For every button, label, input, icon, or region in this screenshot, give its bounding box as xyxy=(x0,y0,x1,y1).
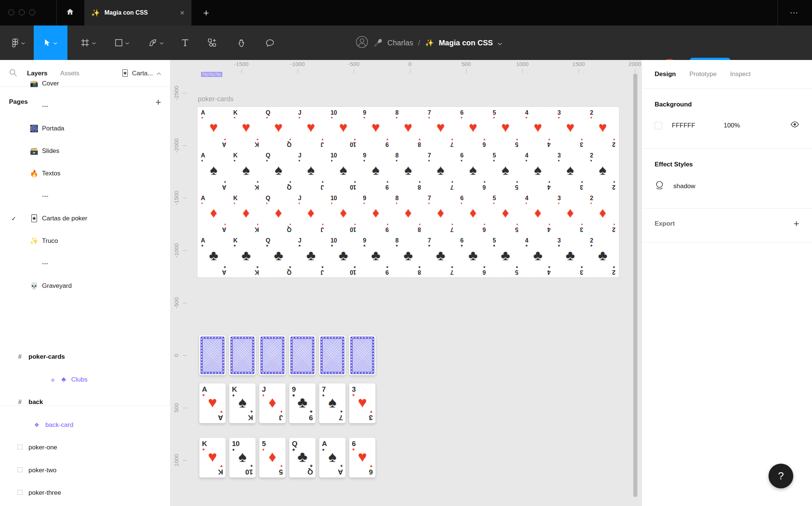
frame-card-3-spades[interactable]: 3♠♠3♠ xyxy=(554,150,587,192)
face-card-A[interactable]: A♥♥A♥ xyxy=(199,383,226,423)
back-card[interactable] xyxy=(349,335,375,375)
frame-card-4-clubs[interactable]: 4♣♣4♣ xyxy=(522,235,554,277)
frame-card-Q-hearts[interactable]: Q♥♥Q♥ xyxy=(262,107,295,150)
tab-design[interactable]: Design xyxy=(655,70,676,78)
frame-card-K-diamonds[interactable]: K♦♦K♦ xyxy=(230,192,263,235)
frame-card-6-clubs[interactable]: 6♣♣6♣ xyxy=(457,235,489,277)
traffic-light-zoom[interactable] xyxy=(29,9,35,15)
face-card-Q[interactable]: Q♣♣Q♣ xyxy=(289,438,316,478)
frame-card-2-diamonds[interactable]: 2♦♦2♦ xyxy=(586,192,619,235)
background-opacity-value[interactable]: 100% xyxy=(724,122,740,129)
vertical-scrollbar[interactable] xyxy=(633,73,637,497)
frame-card-K-spades[interactable]: K♠♠K♠ xyxy=(230,150,263,192)
frame-card-K-hearts[interactable]: K♥♥K♥ xyxy=(230,107,263,150)
frame-card-6-diamonds[interactable]: 6♦♦6♦ xyxy=(457,192,489,235)
breadcrumb-file-name[interactable]: Magia con CSS xyxy=(439,39,493,47)
frame-card-K-clubs[interactable]: K♣♣K♣ xyxy=(230,235,263,277)
text-tool-button[interactable] xyxy=(175,25,195,60)
sidebar-page-textos[interactable]: 🔥Textos xyxy=(0,162,170,185)
frame-card-8-hearts[interactable]: 8♥♥8♥ xyxy=(392,107,425,150)
layer-row-back-card[interactable]: ❖back-card xyxy=(0,414,170,436)
frame-card-4-diamonds[interactable]: 4♦♦4♦ xyxy=(522,192,554,235)
frame-card-A-clubs[interactable]: A♣♣A♣ xyxy=(197,235,230,277)
frame-card-10-spades[interactable]: 10♠♠10♠ xyxy=(327,150,360,192)
traffic-light-close[interactable] xyxy=(8,9,14,15)
add-export-button[interactable]: + xyxy=(794,218,799,229)
color-swatch[interactable] xyxy=(655,122,662,129)
frame-card-7-spades[interactable]: 7♠♠7♠ xyxy=(425,150,457,192)
background-hex-value[interactable]: FFFFFF xyxy=(672,122,695,129)
frame-card-6-hearts[interactable]: 6♥♥6♥ xyxy=(457,107,489,150)
frame-card-2-hearts[interactable]: 2♥♥2♥ xyxy=(586,107,619,150)
frame-card-8-clubs[interactable]: 8♣♣8♣ xyxy=(392,235,425,277)
frame-card-A-diamonds[interactable]: A♦♦A♦ xyxy=(197,192,230,235)
pen-tool-button[interactable] xyxy=(142,25,171,60)
frame-card-3-diamonds[interactable]: 3♦♦3♦ xyxy=(554,192,587,235)
frame-card-5-hearts[interactable]: 5♥♥5♥ xyxy=(489,107,522,150)
frame-card-J-diamonds[interactable]: J♦♦J♦ xyxy=(295,192,327,235)
frame-card-2-spades[interactable]: 2♠♠2♠ xyxy=(586,150,619,192)
frame-card-7-diamonds[interactable]: 7♦♦7♦ xyxy=(425,192,457,235)
window-more-menu[interactable]: ⋯ xyxy=(783,7,806,19)
page-separator-row[interactable]: --- xyxy=(0,95,170,117)
breadcrumb-project[interactable]: Charlas xyxy=(387,39,413,47)
face-card-9[interactable]: 9♣♣9♣ xyxy=(289,383,316,423)
frame-card-3-clubs[interactable]: 3♣♣3♣ xyxy=(554,235,587,277)
layer-row-poker-three[interactable]: poker-three xyxy=(0,482,170,504)
page-separator-row[interactable]: --- xyxy=(0,252,170,275)
frame-card-Q-spades[interactable]: Q♠♠Q♠ xyxy=(262,150,295,192)
back-card[interactable] xyxy=(199,335,226,375)
sidebar-page-graveyard[interactable]: 💀Graveyard xyxy=(0,275,170,297)
frame-card-A-hearts[interactable]: A♥♥A♥ xyxy=(197,107,230,150)
frame-card-10-diamonds[interactable]: 10♦♦10♦ xyxy=(327,192,360,235)
frame-card-8-spades[interactable]: 8♠♠8♠ xyxy=(392,150,425,192)
frame-card-9-clubs[interactable]: 9♣♣9♣ xyxy=(360,235,392,277)
face-card-A[interactable]: A♠♠A♠ xyxy=(319,438,345,478)
frame-card-10-clubs[interactable]: 10♣♣10♣ xyxy=(327,235,360,277)
shape-tool-button[interactable] xyxy=(108,25,136,60)
frame-card-8-diamonds[interactable]: 8♦♦8♦ xyxy=(392,192,425,235)
sidebar-page-cartas-de-poker[interactable]: ✓🃏Cartas de poker xyxy=(0,207,170,230)
chevron-down-icon[interactable] xyxy=(498,39,502,47)
frame-card-Q-clubs[interactable]: Q♣♣Q♣ xyxy=(262,235,295,277)
file-tab[interactable]: ✨ Magia con CSS ✕ xyxy=(84,0,191,25)
back-card[interactable] xyxy=(319,335,345,375)
effect-style-row[interactable]: shadow xyxy=(655,180,799,192)
tab-inspect[interactable]: Inspect xyxy=(730,70,751,78)
frame-card-5-spades[interactable]: 5♠♠5♠ xyxy=(489,150,522,192)
sidebar-page-cover[interactable]: 📸Cover xyxy=(0,72,170,95)
frame-card-A-spades[interactable]: A♠♠A♠ xyxy=(197,150,230,192)
frame-card-Q-diamonds[interactable]: Q♦♦Q♦ xyxy=(262,192,295,235)
back-card[interactable] xyxy=(289,335,316,375)
face-card-7[interactable]: 7♠♠7♠ xyxy=(319,383,345,423)
move-tool-button[interactable] xyxy=(34,25,67,60)
close-tab-icon[interactable]: ✕ xyxy=(180,9,185,16)
tiny-back-card-object[interactable] xyxy=(201,72,222,77)
frame-card-2-clubs[interactable]: 2♣♣2♣ xyxy=(586,235,619,277)
frame-card-10-hearts[interactable]: 10♥♥10♥ xyxy=(327,107,360,150)
home-button[interactable] xyxy=(62,5,78,20)
frame-card-6-spades[interactable]: 6♠♠6♠ xyxy=(457,150,489,192)
visibility-eye-icon[interactable] xyxy=(790,121,799,130)
face-card-10[interactable]: 10♠♠10♠ xyxy=(229,438,256,478)
frame-card-7-clubs[interactable]: 7♣♣7♣ xyxy=(425,235,457,277)
frame-card-J-spades[interactable]: J♠♠J♠ xyxy=(295,150,327,192)
frame-card-5-clubs[interactable]: 5♣♣5♣ xyxy=(489,235,522,277)
back-card[interactable] xyxy=(259,335,286,375)
tab-prototype[interactable]: Prototype xyxy=(689,70,717,78)
frame-title-label[interactable]: poker-cards xyxy=(198,95,233,103)
main-menu-button[interactable] xyxy=(7,25,30,60)
frame-card-9-diamonds[interactable]: 9♦♦9♦ xyxy=(360,192,392,235)
sidebar-page-truco[interactable]: ✨Truco xyxy=(0,230,170,252)
frame-card-9-hearts[interactable]: 9♥♥9♥ xyxy=(360,107,392,150)
frame-tool-button[interactable] xyxy=(74,25,103,60)
back-card[interactable] xyxy=(229,335,256,375)
face-card-K[interactable]: K♥♥K♥ xyxy=(199,438,226,478)
face-card-6[interactable]: 6♥♥6♥ xyxy=(349,438,375,478)
layer-row-Clubs[interactable]: ◆♣Clubs xyxy=(0,368,170,391)
hand-tool-button[interactable] xyxy=(232,25,253,60)
face-card-5[interactable]: 5♦♦5♦ xyxy=(259,438,286,478)
frame-card-4-spades[interactable]: 4♠♠4♠ xyxy=(522,150,554,192)
sidebar-page-portada[interactable]: 🎆Portada xyxy=(0,117,170,140)
canvas[interactable]: -1500-1000-5000500100015002000 -2500-200… xyxy=(170,60,642,506)
